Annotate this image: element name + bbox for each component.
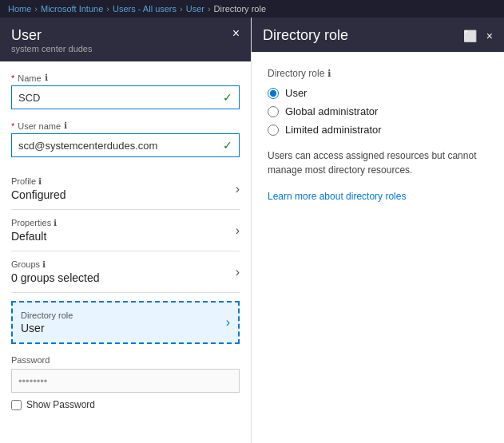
profile-nav-row[interactable]: Profile ℹ Configured › xyxy=(11,168,240,210)
radio-user[interactable]: User xyxy=(268,87,488,99)
left-panel-body: * Name ℹ SCD ✓ * User name ℹ scd@systemc… xyxy=(0,61,251,443)
right-panel-header: Directory role ⬜ × xyxy=(252,18,504,52)
breadcrumb: Home › Microsoft Intune › Users - All us… xyxy=(0,0,504,18)
groups-nav-label: Groups ℹ xyxy=(11,259,100,270)
radio-user-label: User xyxy=(285,87,307,99)
username-label-text: User name xyxy=(18,121,61,131)
right-header-buttons: ⬜ × xyxy=(463,30,493,42)
radio-limited-admin[interactable]: Limited administrator xyxy=(268,124,488,136)
left-title-group: User system center dudes xyxy=(11,27,93,53)
properties-nav-value: Default xyxy=(11,230,57,243)
groups-nav-row[interactable]: Groups ℹ 0 groups selected › xyxy=(11,251,240,293)
username-input[interactable]: scd@systemcenterdudes.com ✓ xyxy=(11,133,240,157)
username-field-group: * User name ℹ scd@systemcenterdudes.com … xyxy=(11,121,240,157)
password-input[interactable] xyxy=(11,369,240,393)
properties-nav-row[interactable]: Properties ℹ Default › xyxy=(11,210,240,251)
groups-nav-content: Groups ℹ 0 groups selected xyxy=(11,259,100,284)
name-label: * Name ℹ xyxy=(11,73,240,83)
groups-chevron-icon: › xyxy=(236,265,240,279)
name-label-text: Name xyxy=(18,73,41,83)
properties-chevron-icon: › xyxy=(236,223,240,238)
breadcrumb-intune[interactable]: Microsoft Intune xyxy=(41,4,103,14)
left-panel-header: User system center dudes × xyxy=(0,18,251,61)
breadcrumb-sep-3: › xyxy=(180,4,183,14)
directory-role-nav-row[interactable]: Directory role User › xyxy=(11,301,240,344)
name-input[interactable]: SCD ✓ xyxy=(11,85,240,109)
username-label: * User name ℹ xyxy=(11,121,240,131)
role-description: Users can access assigned resources but … xyxy=(268,148,488,177)
password-section: Password Show Password xyxy=(11,355,240,410)
right-panel: Directory role ⬜ × Directory role ℹ User… xyxy=(252,18,504,443)
main-container: User system center dudes × * Name ℹ SCD … xyxy=(0,18,504,443)
learn-more-link[interactable]: Learn more about directory roles xyxy=(268,191,406,202)
breadcrumb-home[interactable]: Home xyxy=(8,4,31,14)
breadcrumb-users[interactable]: Users - All users xyxy=(113,4,177,14)
radio-global-admin-input[interactable] xyxy=(268,106,279,117)
left-panel-close-button[interactable]: × xyxy=(232,27,240,40)
name-required-marker: * xyxy=(11,73,14,83)
left-panel-title: User xyxy=(11,27,93,44)
right-panel-body: Directory role ℹ User Global administrat… xyxy=(252,52,504,443)
right-panel-maximize-button[interactable]: ⬜ xyxy=(463,30,477,42)
username-required-marker: * xyxy=(11,121,14,131)
profile-nav-content: Profile ℹ Configured xyxy=(11,176,66,201)
profile-nav-label: Profile ℹ xyxy=(11,176,66,187)
radio-limited-admin-label: Limited administrator xyxy=(285,124,382,136)
name-check-icon: ✓ xyxy=(223,91,232,104)
show-password-label[interactable]: Show Password xyxy=(26,399,95,410)
name-info-icon[interactable]: ℹ xyxy=(45,73,48,83)
breadcrumb-current: Directory role xyxy=(214,4,266,14)
show-password-checkbox[interactable] xyxy=(11,400,22,410)
properties-nav-content: Properties ℹ Default xyxy=(11,218,57,243)
properties-nav-label: Properties ℹ xyxy=(11,218,57,228)
profile-info-icon: ℹ xyxy=(38,176,42,186)
radio-user-input[interactable] xyxy=(268,88,279,99)
breadcrumb-sep-1: › xyxy=(34,4,38,14)
directory-role-nav-content: Directory role User xyxy=(21,310,73,334)
username-check-icon: ✓ xyxy=(223,139,232,152)
breadcrumb-sep-2: › xyxy=(106,4,109,14)
username-value: scd@systemcenterdudes.com xyxy=(18,140,223,152)
show-password-row: Show Password xyxy=(11,399,240,410)
breadcrumb-user[interactable]: User xyxy=(186,4,204,14)
directory-role-section-label: Directory role ℹ xyxy=(268,68,488,79)
role-radio-group: User Global administrator Limited admini… xyxy=(268,87,488,136)
right-panel-title: Directory role xyxy=(263,27,348,44)
groups-nav-value: 0 groups selected xyxy=(11,271,100,284)
right-panel-close-button[interactable]: × xyxy=(486,30,493,42)
radio-limited-admin-input[interactable] xyxy=(268,125,279,136)
profile-chevron-icon: › xyxy=(236,182,240,196)
directory-role-nav-label: Directory role xyxy=(21,310,73,320)
properties-info-icon: ℹ xyxy=(54,218,57,227)
username-info-icon[interactable]: ℹ xyxy=(64,121,67,131)
groups-info-icon: ℹ xyxy=(42,259,46,269)
radio-global-admin[interactable]: Global administrator xyxy=(268,105,488,117)
name-field-group: * Name ℹ SCD ✓ xyxy=(11,73,240,109)
left-panel: User system center dudes × * Name ℹ SCD … xyxy=(0,18,252,443)
profile-nav-value: Configured xyxy=(11,188,66,201)
radio-global-admin-label: Global administrator xyxy=(285,105,378,117)
password-label: Password xyxy=(11,355,240,365)
name-value: SCD xyxy=(18,92,223,104)
directory-role-nav-value: User xyxy=(21,322,73,334)
breadcrumb-sep-4: › xyxy=(208,4,211,14)
directory-role-chevron-icon: › xyxy=(226,315,230,330)
directory-role-info-icon[interactable]: ℹ xyxy=(327,68,331,79)
left-panel-subtitle: system center dudes xyxy=(11,44,93,53)
